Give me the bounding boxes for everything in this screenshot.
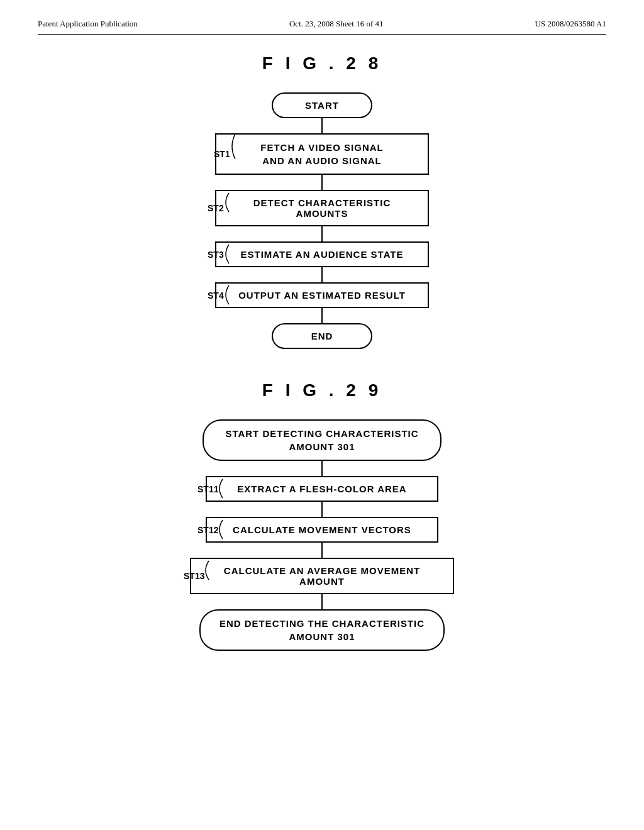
- connector: [321, 594, 323, 609]
- connector: [321, 502, 323, 517]
- st4-row: ST4 OUTPUT AN ESTIMATED RESULT: [165, 282, 479, 308]
- header-left: Patent Application Publication: [38, 19, 138, 29]
- st1-curve: [228, 131, 265, 162]
- page: Patent Application Publication Oct. 23, …: [0, 0, 644, 830]
- page-header: Patent Application Publication Oct. 23, …: [38, 19, 606, 35]
- connector: [321, 308, 323, 323]
- connector: [321, 461, 323, 476]
- st2-row: ST2 DETECT CHARACTERISTIC AMOUNTS: [165, 190, 479, 226]
- fig29-start: START DETECTING CHARACTERISTICAMOUNT 301: [203, 419, 441, 461]
- fig29-section: F I G . 2 9 START DETECTING CHARACTERIST…: [38, 380, 606, 651]
- st3-curve: [221, 241, 259, 267]
- header-right: US 2008/0263580 A1: [535, 19, 606, 29]
- connector: [321, 226, 323, 241]
- st11-row: ST11 EXTRACT A FLESH-COLOR AREA: [158, 476, 486, 502]
- fig29-title: F I G . 2 9: [38, 380, 606, 401]
- connector: [321, 175, 323, 190]
- fig28-flowchart: START ST1 FETCH A VIDEO SIGNALAND AN AUD…: [38, 92, 606, 349]
- fig28-start: START: [272, 92, 372, 118]
- fig28-title: F I G . 2 8: [38, 53, 606, 74]
- fig28-end: END: [272, 323, 372, 349]
- fig29-flowchart: START DETECTING CHARACTERISTICAMOUNT 301…: [38, 419, 606, 651]
- st4-curve: [221, 282, 259, 307]
- st2-curve: [221, 190, 259, 215]
- st12-row: ST12 CALCULATE MOVEMENT VECTORS: [158, 517, 486, 543]
- connector: [321, 267, 323, 282]
- connector: [321, 543, 323, 558]
- fig28-section: F I G . 2 8 START ST1 FETCH A VIDEO SIGN…: [38, 53, 606, 349]
- st1-row: ST1 FETCH A VIDEO SIGNALAND AN AUDIO SIG…: [165, 133, 479, 175]
- connector: [321, 118, 323, 133]
- fig29-end: END DETECTING THE CHARACTERISTICAMOUNT 3…: [199, 609, 445, 651]
- st3-row: ST3 ESTIMATE AN AUDIENCE STATE: [165, 241, 479, 267]
- st13-curve: [201, 558, 239, 583]
- st13-row: ST13 CALCULATE AN AVERAGE MOVEMENT AMOUN…: [158, 558, 486, 594]
- header-middle: Oct. 23, 2008 Sheet 16 of 41: [289, 19, 383, 29]
- st12-curve: [215, 517, 253, 542]
- st11-curve: [215, 476, 253, 501]
